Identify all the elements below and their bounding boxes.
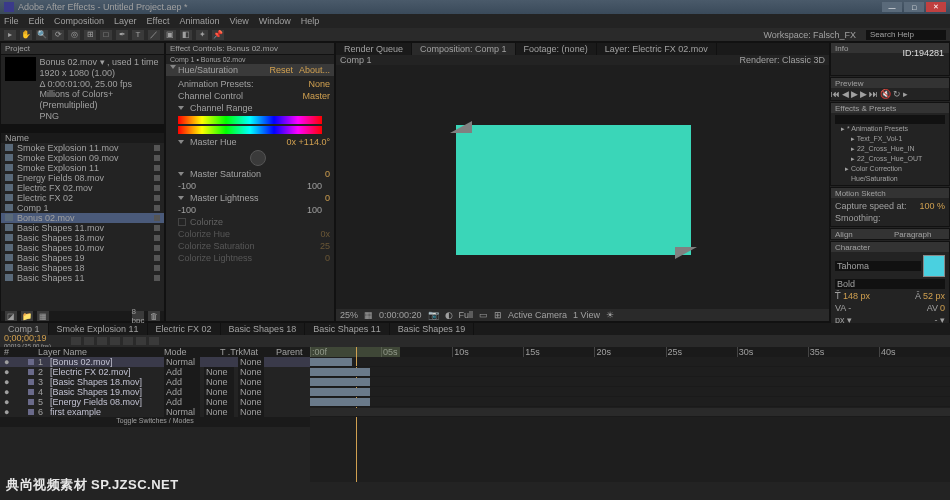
- project-item[interactable]: Comp 1: [1, 203, 164, 213]
- label-color-swatch[interactable]: [28, 399, 34, 405]
- eraser-tool-icon[interactable]: ◧: [180, 30, 192, 40]
- maximize-button[interactable]: □: [904, 2, 924, 12]
- label-color-swatch[interactable]: [154, 245, 160, 251]
- project-item[interactable]: Basic Shapes 11: [1, 273, 164, 283]
- timeline-track[interactable]: [310, 357, 950, 367]
- colorize-checkbox[interactable]: [178, 218, 186, 226]
- tl-graph-icon[interactable]: [136, 337, 146, 345]
- viewer-renderer[interactable]: Renderer: Classic 3D: [739, 55, 825, 65]
- viewer-tab-footage[interactable]: Footage: (none): [516, 43, 597, 55]
- timeline-ruler[interactable]: :00f05s10s15s20s25s30s35s40s: [310, 347, 950, 357]
- effects-preset-item[interactable]: ▸ 22_Cross_Hue_IN: [835, 144, 945, 154]
- timeline-track[interactable]: [310, 387, 950, 397]
- character-tab[interactable]: Character: [831, 242, 949, 252]
- tl-3d-icon[interactable]: [149, 337, 159, 345]
- project-item[interactable]: Basic Shapes 11.mov: [1, 223, 164, 233]
- timeline-tracks[interactable]: :00f05s10s15s20s25s30s35s40s: [310, 347, 950, 482]
- menu-window[interactable]: Window: [259, 16, 291, 26]
- timeline-track[interactable]: [310, 367, 950, 377]
- trkmat-dropdown[interactable]: None: [204, 387, 234, 397]
- new-folder-icon[interactable]: 📁: [21, 311, 33, 321]
- eye-icon[interactable]: ●: [4, 397, 12, 407]
- tl-motion-blur-icon[interactable]: [123, 337, 133, 345]
- trash-icon[interactable]: 🗑: [148, 311, 160, 321]
- ec-about-link[interactable]: About...: [299, 65, 330, 75]
- label-color-swatch[interactable]: [28, 379, 34, 385]
- timeline-clip[interactable]: [310, 398, 370, 406]
- shape-tool-icon[interactable]: □: [100, 30, 112, 40]
- fill-color-swatch[interactable]: [923, 255, 945, 277]
- tl-shy-icon[interactable]: [97, 337, 107, 345]
- preview-tab[interactable]: Preview: [831, 78, 949, 88]
- label-color-swatch[interactable]: [28, 359, 34, 365]
- ec-reset-link[interactable]: Reset: [269, 65, 293, 75]
- work-area-bar[interactable]: [310, 347, 400, 357]
- capture-value[interactable]: 100 %: [919, 201, 945, 211]
- roto-tool-icon[interactable]: ✦: [196, 30, 208, 40]
- viewer-exposure-icon[interactable]: ☀: [606, 310, 614, 320]
- eye-icon[interactable]: ●: [4, 407, 12, 417]
- label-color-swatch[interactable]: [154, 145, 160, 151]
- viewer-camera[interactable]: Active Camera: [508, 310, 567, 320]
- disclosure-icon[interactable]: [178, 106, 184, 110]
- effects-preset-item[interactable]: Hue/Saturation: [835, 174, 945, 183]
- disclosure-icon[interactable]: [178, 172, 184, 176]
- menu-view[interactable]: View: [229, 16, 248, 26]
- viewer-views[interactable]: 1 View: [573, 310, 600, 320]
- timeline-layer-row[interactable]: ●2[Electric FX 02.mov]AddNoneNone: [0, 367, 310, 377]
- effect-controls-tab[interactable]: Effect Controls: Bonus 02.mov: [166, 43, 334, 55]
- ec-master-sat-value[interactable]: 0: [325, 169, 330, 179]
- project-item[interactable]: Basic Shapes 10.mov: [1, 243, 164, 253]
- parent-dropdown[interactable]: None: [238, 357, 264, 367]
- effects-preset-item[interactable]: ▸ * Animation Presets: [835, 124, 945, 134]
- tl-search-icon[interactable]: [71, 337, 81, 345]
- timeline-timecode[interactable]: 0;00;00;19: [4, 333, 51, 343]
- parent-dropdown[interactable]: None: [238, 377, 264, 387]
- timeline-track[interactable]: [310, 377, 950, 387]
- label-color-swatch[interactable]: [154, 215, 160, 221]
- minimize-button[interactable]: —: [882, 2, 902, 12]
- effects-preset-item[interactable]: ▸ Text_FX_Vol-1: [835, 134, 945, 144]
- eye-icon[interactable]: ●: [4, 387, 12, 397]
- font-size-value[interactable]: 148 px: [843, 291, 870, 301]
- viewer-time[interactable]: 0:00:00:20: [379, 310, 422, 320]
- trkmat-dropdown[interactable]: None: [204, 377, 234, 387]
- project-tab[interactable]: Project: [1, 43, 164, 55]
- kerning-value[interactable]: -: [848, 303, 851, 313]
- interpret-footage-icon[interactable]: ◪: [5, 311, 17, 321]
- effects-presets-tab[interactable]: Effects & Presets: [831, 103, 949, 113]
- viewer-res-icon[interactable]: ▦: [364, 310, 373, 320]
- viewer-channel-icon[interactable]: ◐: [445, 310, 453, 320]
- viewer-zoom[interactable]: 25%: [340, 310, 358, 320]
- mode-dropdown[interactable]: Add: [164, 377, 200, 387]
- tl-frame-blend-icon[interactable]: [110, 337, 120, 345]
- mute-icon[interactable]: 🔇: [880, 89, 891, 99]
- pan-behind-tool-icon[interactable]: ⊞: [84, 30, 96, 40]
- ec-effect-header[interactable]: Hue/Saturation Reset About...: [166, 64, 334, 76]
- rotate-tool-icon[interactable]: ⟳: [52, 30, 64, 40]
- timeline-clip[interactable]: [310, 408, 950, 416]
- viewer-snapshot-icon[interactable]: 📷: [428, 310, 439, 320]
- search-help-input[interactable]: Search Help: [866, 30, 946, 40]
- font-family-input[interactable]: Tahoma: [835, 261, 921, 271]
- ec-anim-presets-value[interactable]: None: [308, 79, 330, 89]
- viewer-grid-icon[interactable]: ⊞: [494, 310, 502, 320]
- menu-composition[interactable]: Composition: [54, 16, 104, 26]
- timeline-clip[interactable]: [310, 388, 370, 396]
- parent-dropdown[interactable]: None: [238, 407, 264, 417]
- project-item[interactable]: Smoke Explosion 11: [1, 163, 164, 173]
- timeline-clip[interactable]: [310, 368, 370, 376]
- loop-icon[interactable]: ↻: [893, 89, 901, 99]
- timeline-layer-row[interactable]: ●1[Bonus 02.mov]NormalNone: [0, 357, 310, 367]
- play-icon[interactable]: ▶: [851, 89, 858, 99]
- zoom-tool-icon[interactable]: 🔍: [36, 30, 48, 40]
- mode-dropdown[interactable]: Normal: [164, 357, 200, 367]
- label-color-swatch[interactable]: [154, 155, 160, 161]
- disclosure-icon[interactable]: [170, 65, 176, 69]
- bits-icon[interactable]: 8 bpc: [132, 311, 144, 321]
- viewer-res[interactable]: Full: [459, 310, 474, 320]
- parent-dropdown[interactable]: None: [238, 387, 264, 397]
- label-color-swatch[interactable]: [154, 165, 160, 171]
- timeline-clip[interactable]: [310, 358, 352, 366]
- project-item[interactable]: Electric FX 02: [1, 193, 164, 203]
